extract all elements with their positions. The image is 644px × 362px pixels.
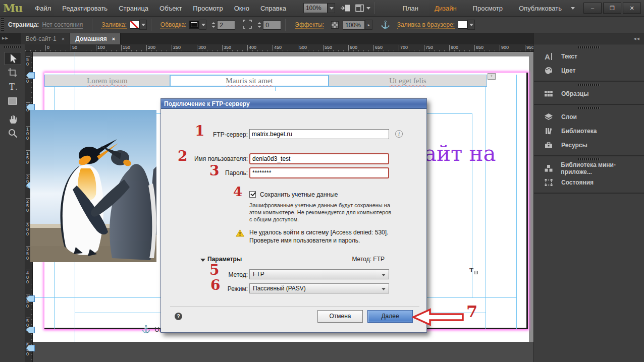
guide-line[interactable] [49,90,275,90]
ruler-label: 350 [26,246,30,261]
panel-color[interactable]: Цвет [534,64,644,78]
effects-opacity-icon[interactable] [331,21,339,29]
panel-widgets-library[interactable]: Библиотека мини-приложе... [534,161,644,175]
panel-states[interactable]: Состояния [534,175,644,190]
method-select[interactable]: FTP [249,269,389,279]
tab-website-1[interactable]: Веб-сайт-1 × [21,33,70,44]
effects-label[interactable]: Эффекты: [295,21,324,29]
panel-text[interactable]: A Текст [534,49,644,64]
hand-tool[interactable] [4,112,21,126]
penguins-image[interactable] [30,110,156,262]
mode-design[interactable]: Дизайн [426,0,465,17]
ruler-label: 800 [449,45,458,50]
corner-radius-icon [242,19,252,31]
page-headline-text[interactable]: айт на [424,141,496,166]
panel-grip[interactable] [4,46,21,48]
mode-plan[interactable]: План [395,0,426,17]
page-state-value[interactable]: Нет состояния [42,21,83,29]
zoom-level-input[interactable]: 100% [303,3,328,13]
rectangle-tool[interactable] [4,94,21,107]
ftp-server-input[interactable] [249,129,389,139]
effects-opacity-value[interactable]: 100% [343,20,365,30]
nav-item-mauris-sit-amet[interactable]: Mauris sit amet [170,75,329,86]
password-input[interactable] [249,167,389,178]
fill-dropdown-button[interactable] [139,20,147,30]
element-handle-icon[interactable]: + [488,73,496,80]
ruler-label: 650 [373,45,383,50]
menu-page[interactable]: Страница [113,0,154,17]
window-close-button[interactable]: ✕ [623,3,641,14]
menubar: Mu Файл Редактировать Страница Объект Пр… [0,0,644,17]
help-icon[interactable]: ? [175,313,182,320]
window-restore-button[interactable]: ❐ [603,3,621,14]
menu-edit[interactable]: Редактировать [57,0,113,17]
publish-dropdown-icon[interactable] [571,7,575,10]
menu-help[interactable]: Справка [255,0,292,17]
mode-publish[interactable]: Опубликовать [511,0,570,17]
tab-home[interactable]: Домашняя × [70,33,121,44]
browser-fill-label[interactable]: Заливка в браузере: [397,21,455,29]
annotation-number-7: 7 [466,304,477,320]
stroke-width-stepper[interactable] [211,22,216,28]
username-input[interactable] [249,153,389,164]
panel-grip[interactable] [578,46,600,48]
tab-close-icon[interactable]: × [62,36,65,42]
collapse-panels-icon[interactable]: ◀◀ [633,37,640,41]
text-icon: A [543,52,554,61]
save-credentials-checkbox[interactable] [249,191,256,198]
dialog-titlebar[interactable]: Подключение к FTP-серверу [161,99,426,109]
mode-select[interactable]: Пассивный (PASV) [249,283,389,293]
text-tool[interactable]: T [4,80,21,93]
annotation-number-1: 1 [195,124,204,138]
menu-object[interactable]: Объект [154,0,187,17]
zoom-dropdown-button[interactable] [328,3,335,13]
panels-layout-icon[interactable] [355,4,370,12]
horizontal-ruler[interactable]: 0501001502002503003504004505005506006507… [25,44,533,52]
info-icon[interactable]: i [395,130,403,138]
corner-radius-value[interactable]: 0 [263,20,281,30]
stroke-dropdown-button[interactable] [199,20,206,30]
fill-label[interactable]: Заливка: [101,21,127,29]
menu-view[interactable]: Просмотр [187,0,228,17]
zoom-tool[interactable] [4,127,21,140]
anchor-tool-icon[interactable]: ⚓ [381,20,390,29]
guide-line[interactable] [516,75,517,329]
nav-item-ut-eget-felis[interactable]: Ut eget felis [329,75,487,86]
stroke-label[interactable]: Обводка: [160,21,186,29]
panel-grip[interactable] [578,84,600,86]
stroke-swatch[interactable] [189,21,199,29]
section-collapse-icon[interactable] [200,259,205,262]
browser-fill-swatch[interactable] [458,21,467,29]
panel-library[interactable]: Библиотека [534,124,644,138]
window-minimize-button[interactable]: – [583,3,602,14]
guide-line[interactable] [486,75,486,329]
page-anchor-label[interactable]: ⚓ Un [139,325,163,334]
effects-expand-button[interactable]: ▸ [365,20,372,30]
panel-swatches[interactable]: Образцы [534,87,644,101]
panel-layers[interactable]: Слои [534,110,644,124]
selection-tool[interactable] [4,52,21,65]
next-button[interactable]: Далее [367,310,413,323]
method-summary: Метод: FTP [352,256,385,263]
corner-radius-stepper[interactable] [257,22,261,28]
crop-tool[interactable] [4,66,21,79]
expand-left-panel-icon[interactable]: ▶▶ [2,36,9,40]
panel-grip[interactable] [1,18,4,31]
ruler-label: 600 [348,45,357,50]
panel-grip[interactable] [578,158,600,160]
save-credentials-label: Сохранить учетные данные [260,191,338,198]
text-frame-icon[interactable]: T [469,267,478,274]
tab-close-icon[interactable]: × [112,36,115,42]
panel-assets[interactable]: Ресурсы [534,138,644,152]
mode-preview[interactable]: Просмотр [465,0,511,17]
stroke-width-value[interactable]: 2 [217,20,235,30]
new-page-icon[interactable] [340,4,350,12]
menu-window[interactable]: Окно [229,0,255,17]
cancel-button[interactable]: Отмена [317,310,363,323]
nav-item-lorem-ipsum[interactable]: Lorem ipsum [45,75,170,86]
fill-swatch-none[interactable] [130,21,139,29]
menu-file[interactable]: Файл [29,0,57,17]
library-icon [543,127,554,136]
browser-fill-dropdown-button[interactable] [467,20,475,30]
panel-grip[interactable] [578,107,600,109]
